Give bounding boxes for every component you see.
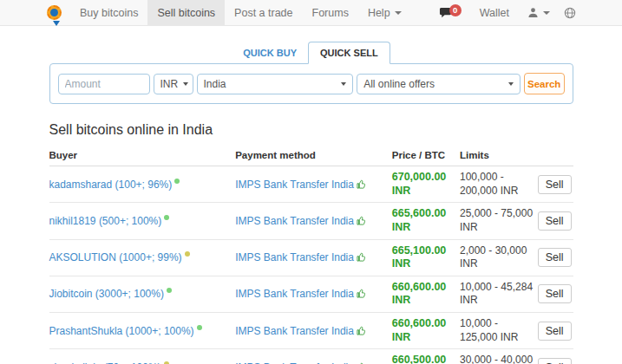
- limits-value: 10,000 - 125,000 INR: [460, 317, 536, 344]
- quick-sell-filter-panel: INR India All online offers Search: [49, 63, 573, 104]
- sell-button[interactable]: Sell: [538, 358, 572, 364]
- price-currency: INR: [392, 221, 458, 235]
- offer-row: shankuljain (70+; 100%) IMPS Bank Transf…: [49, 349, 573, 364]
- buyer-link[interactable]: nikhil1819 (500+; 100%): [49, 215, 162, 227]
- buyer-link[interactable]: Jiobitcoin (3000+; 100%): [49, 288, 164, 300]
- header-payment-method: Payment method: [235, 146, 392, 166]
- offer-row: nikhil1819 (500+; 100%) IMPS Bank Transf…: [49, 203, 573, 239]
- localbitcoins-logo[interactable]: [47, 0, 62, 25]
- nav-item-post-a-trade[interactable]: Post a trade: [225, 0, 302, 25]
- online-status-dot: [185, 251, 190, 257]
- limits-value: 30,000 - 40,000 INR: [460, 354, 536, 364]
- page-title: Sell bitcoins online in India: [49, 122, 573, 138]
- currency-select[interactable]: INR: [154, 74, 193, 94]
- payment-method-link[interactable]: IMPS Bank Transfer India: [235, 179, 354, 191]
- thumbs-up-icon: [357, 179, 366, 189]
- sell-button[interactable]: Sell: [538, 211, 572, 231]
- offer-type-select[interactable]: All online offers: [357, 74, 521, 94]
- header-price-btc: Price / BTC: [392, 146, 460, 166]
- nav-item-forums[interactable]: Forums: [303, 0, 358, 25]
- price-amount: 670,000.00: [392, 171, 458, 185]
- price-amount: 660,600.00: [392, 281, 458, 295]
- buyer-link[interactable]: kadamsharad (100+; 96%): [49, 179, 173, 191]
- thumbs-up-icon: [357, 216, 366, 225]
- payment-method-link[interactable]: IMPS Bank Transfer India: [235, 288, 354, 300]
- wallet-link[interactable]: Wallet: [469, 7, 520, 19]
- account-menu-button[interactable]: [521, 0, 556, 25]
- offers-table: Buyer Payment method Price / BTC Limits …: [49, 146, 573, 364]
- sell-button[interactable]: Sell: [538, 248, 572, 267]
- price-amount: 665,600.00: [392, 207, 458, 221]
- caret-down-icon: [341, 82, 346, 86]
- limits-value: 100,000 - 200,000 INR: [460, 171, 536, 198]
- online-status-dot: [174, 179, 180, 184]
- price-currency: INR: [392, 257, 458, 271]
- buyer-link[interactable]: AKSOLUTION (1000+; 99%): [49, 251, 182, 263]
- quick-trade-tabs: QUICK BUY QUICK SELL: [49, 42, 573, 63]
- messages-button[interactable]: 0: [433, 0, 468, 25]
- nav-item-buy-bitcoins[interactable]: Buy bitcoins: [70, 0, 147, 25]
- online-status-dot: [167, 288, 172, 293]
- limits-value: 25,000 - 75,000 INR: [460, 207, 536, 234]
- offer-row: Jiobitcoin (3000+; 100%) IMPS Bank Trans…: [49, 276, 573, 312]
- buyer-link[interactable]: PrashantShukla (1000+; 100%): [49, 325, 194, 337]
- nav-item-help[interactable]: Help: [358, 0, 411, 25]
- online-status-dot: [197, 325, 202, 330]
- header-actions: [538, 146, 573, 166]
- payment-method-link[interactable]: IMPS Bank Transfer India: [235, 251, 354, 263]
- language-button[interactable]: [558, 0, 582, 25]
- payment-method-link[interactable]: IMPS Bank Transfer India: [235, 215, 354, 227]
- header-limits: Limits: [460, 146, 538, 166]
- header-buyer: Buyer: [49, 146, 236, 166]
- price-currency: INR: [392, 294, 458, 308]
- caret-down-icon: [395, 11, 402, 15]
- caret-down-icon: [183, 82, 188, 86]
- logo-icon: [47, 5, 62, 20]
- offer-row: kadamsharad (100+; 96%) IMPS Bank Transf…: [49, 166, 573, 203]
- thumbs-up-icon: [357, 289, 366, 298]
- limits-value: 10,000 - 45,284 INR: [460, 281, 536, 308]
- price-currency: INR: [392, 331, 458, 345]
- offer-row: AKSOLUTION (1000+; 99%) IMPS Bank Transf…: [49, 239, 573, 276]
- price-amount: 660,500.00: [392, 354, 458, 364]
- offers-tbody: kadamsharad (100+; 96%) IMPS Bank Transf…: [49, 166, 573, 364]
- nav-item-sell-bitcoins[interactable]: Sell bitcoins: [147, 0, 225, 25]
- limits-value: 2,000 - 30,000 INR: [460, 244, 536, 271]
- payment-method-link[interactable]: IMPS Bank Transfer India: [235, 325, 354, 337]
- online-status-dot: [164, 215, 169, 220]
- messages-count-badge: 0: [449, 4, 462, 16]
- tab-quick-buy[interactable]: QUICK BUY: [232, 42, 308, 63]
- price-currency: INR: [392, 185, 458, 198]
- globe-icon: [564, 7, 576, 19]
- sell-button[interactable]: Sell: [538, 175, 572, 194]
- tab-quick-sell[interactable]: QUICK SELL: [308, 42, 390, 64]
- amount-input[interactable]: [58, 74, 150, 94]
- thumbs-up-icon: [357, 252, 366, 262]
- thumbs-up-icon: [357, 326, 366, 335]
- caret-down-icon: [543, 11, 550, 15]
- offer-row: PrashantShukla (1000+; 100%) IMPS Bank T…: [49, 313, 573, 349]
- top-navbar: Buy bitcoins Sell bitcoins Post a trade …: [0, 0, 622, 26]
- country-select[interactable]: India: [197, 74, 354, 94]
- user-icon: [527, 7, 539, 18]
- price-amount: 660,600.00: [392, 317, 458, 331]
- caret-down-icon: [508, 82, 514, 86]
- search-button[interactable]: Search: [524, 73, 565, 94]
- price-amount: 665,100.00: [392, 244, 458, 258]
- sell-button[interactable]: Sell: [538, 284, 572, 303]
- sell-button[interactable]: Sell: [538, 322, 572, 341]
